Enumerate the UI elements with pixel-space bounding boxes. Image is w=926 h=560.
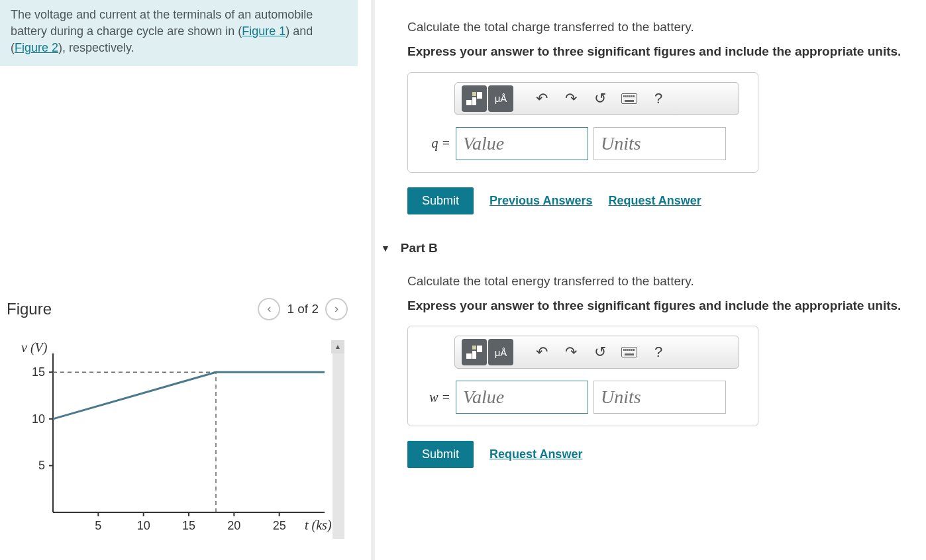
part-b-prompt: Calculate the total energy transferred t… <box>407 274 906 289</box>
svg-text:15: 15 <box>182 519 195 532</box>
figure-next-button[interactable]: › <box>325 298 348 320</box>
figure-scrollbar[interactable] <box>333 353 344 539</box>
part-b-toolbar: μÅ ↶ ↷ ↺ ? <box>454 336 739 369</box>
svg-rect-24 <box>477 92 482 99</box>
symbols-button[interactable]: μÅ <box>488 85 513 112</box>
figure-prev-button[interactable]: ‹ <box>258 298 280 320</box>
reset-button[interactable]: ↺ <box>588 339 613 365</box>
part-a-request-answer-link[interactable]: Request Answer <box>608 194 701 208</box>
svg-rect-29 <box>472 351 476 359</box>
part-a-previous-answers-link[interactable]: Previous Answers <box>489 194 592 208</box>
undo-button[interactable]: ↶ <box>529 85 554 112</box>
svg-text:10: 10 <box>32 412 45 425</box>
figure-chart: ▲ 51015510152025v (V)t (ks) <box>7 340 344 539</box>
part-b-instructions: Express your answer to three significant… <box>407 298 906 314</box>
part-b-value-input[interactable] <box>456 381 588 414</box>
figure-pager: ‹ 1 of 2 › <box>258 298 348 320</box>
part-a-toolbar: μÅ ↶ ↷ ↺ ? <box>454 82 739 115</box>
problem-statement: The voltage and current at the terminals… <box>0 0 358 66</box>
part-b-header[interactable]: ▼ Part B <box>381 241 906 256</box>
templates-button[interactable] <box>462 339 487 365</box>
svg-rect-26 <box>466 353 472 359</box>
part-a-prompt: Calculate the total charge transferred t… <box>407 20 906 34</box>
part-b-answer-box: μÅ ↶ ↷ ↺ ? w = <box>407 326 758 426</box>
svg-text:20: 20 <box>227 519 240 532</box>
part-b-title: Part B <box>401 241 438 256</box>
symbols-button[interactable]: μÅ <box>488 339 513 365</box>
part-a-answer-box: μÅ ↶ ↷ ↺ ? q = <box>407 72 758 173</box>
svg-rect-22 <box>466 100 472 105</box>
part-b-variable: w = <box>421 390 450 405</box>
collapse-caret-icon: ▼ <box>381 243 390 254</box>
keyboard-button[interactable] <box>617 85 642 112</box>
problem-text-3: ), respectively. <box>58 41 134 54</box>
svg-text:5: 5 <box>38 459 45 472</box>
svg-rect-27 <box>472 346 476 350</box>
svg-text:15: 15 <box>32 365 45 379</box>
figure-2-link[interactable]: Figure 2 <box>15 41 58 54</box>
svg-rect-23 <box>472 92 476 96</box>
figure-counter: 1 of 2 <box>287 302 319 316</box>
part-a-units-input[interactable] <box>593 127 726 160</box>
keyboard-button[interactable] <box>617 339 642 365</box>
help-button[interactable]: ? <box>646 339 671 365</box>
part-a-variable: q = <box>421 136 450 151</box>
svg-text:t (ks): t (ks) <box>305 518 332 533</box>
redo-button[interactable]: ↷ <box>558 85 584 112</box>
redo-button[interactable]: ↷ <box>558 339 584 365</box>
svg-text:25: 25 <box>273 519 286 532</box>
scroll-up-button[interactable]: ▲ <box>331 340 344 353</box>
part-a-value-input[interactable] <box>456 127 588 160</box>
svg-rect-28 <box>477 346 482 352</box>
svg-text:v (V): v (V) <box>21 340 48 355</box>
part-b-submit-button[interactable]: Submit <box>407 441 474 468</box>
svg-text:10: 10 <box>137 519 150 532</box>
help-button[interactable]: ? <box>646 85 671 112</box>
svg-text:5: 5 <box>95 519 101 532</box>
part-a-instructions: Express your answer to three significant… <box>407 44 906 60</box>
figure-1-link[interactable]: Figure 1 <box>242 24 285 38</box>
part-a-submit-button[interactable]: Submit <box>407 187 474 214</box>
part-b-units-input[interactable] <box>593 381 726 414</box>
figure-heading: Figure <box>7 300 52 318</box>
templates-button[interactable] <box>462 85 487 112</box>
undo-button[interactable]: ↶ <box>529 339 554 365</box>
part-b-request-answer-link[interactable]: Request Answer <box>489 447 582 461</box>
svg-rect-25 <box>472 97 476 105</box>
reset-button[interactable]: ↺ <box>588 85 613 112</box>
voltage-chart-svg: 51015510152025v (V)t (ks) <box>20 340 338 539</box>
